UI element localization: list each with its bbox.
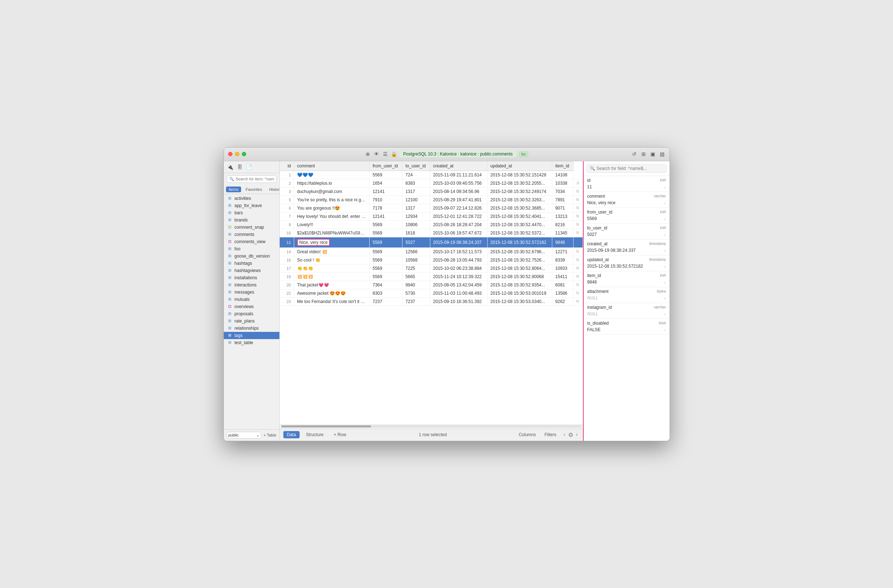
table-row[interactable]: 20That jacket💗💗736499402015-08-05 13:42:… <box>280 280 583 289</box>
cell-id[interactable]: 2 <box>280 179 294 187</box>
cell-from_user_id[interactable]: 7364 <box>370 280 403 289</box>
cell-id[interactable]: 17 <box>280 264 294 272</box>
field-value-row-created_at[interactable]: 2015-09-19 08:38:24.337⌄ <box>584 247 670 255</box>
sidebar-item-interactions[interactable]: ⊞interactions <box>224 281 280 289</box>
cell-from_user_id[interactable]: 5569 <box>370 256 403 264</box>
sidebar-item-relationships[interactable]: ⊞relationships <box>224 325 280 332</box>
field-chevron-updated_at[interactable]: ⌄ <box>663 264 666 268</box>
cell-updated_at[interactable]: 2015-12-08 15:30:52.3685... <box>487 204 552 212</box>
cell-from_user_id[interactable]: 7237 <box>370 297 403 306</box>
cell-created_at[interactable]: 2015-09-19 08:38:24.337 <box>430 237 487 248</box>
cell-id[interactable]: 14 <box>280 248 294 256</box>
cell-to_user_id[interactable]: 1618 <box>403 229 430 237</box>
sidebar-item-hashtags[interactable]: ⊞hashtags <box>224 260 280 267</box>
cell-comment[interactable]: $2a$10$HZLN88PNuWWi47uS91b8dR98ljt0kblyc… <box>294 229 370 237</box>
cell-from_user_id[interactable]: 12141 <box>370 212 403 220</box>
tab-favorites[interactable]: Favorites <box>242 186 265 192</box>
table-row[interactable]: 16So cool ! 👏5569105682015-08-28 13:05:4… <box>280 256 583 264</box>
cell-id[interactable]: 3 <box>280 187 294 195</box>
cell-created_at[interactable]: 2015-08-29 19:47:41.801 <box>430 195 487 204</box>
cell-to_user_id[interactable]: 8383 <box>403 179 430 187</box>
cell-from_user_id[interactable]: 12141 <box>370 187 403 195</box>
cell-item_id[interactable]: 14108 <box>552 171 573 179</box>
table-row[interactable]: 8Lovely!!!5569108062015-08-26 18:28:47.2… <box>280 220 583 229</box>
cell-id[interactable]: 20 <box>280 280 294 289</box>
refresh-icon[interactable]: ↺ <box>631 151 637 157</box>
cell-updated_at[interactable]: 2015-12-08 15:30:53.0340... <box>487 297 552 306</box>
cell-to_user_id[interactable]: 12934 <box>403 212 430 220</box>
sql-icon[interactable]: 📄 <box>245 164 253 171</box>
field-chevron-to_user_id[interactable]: ⌄ <box>663 232 666 236</box>
cell-id[interactable]: 5 <box>280 195 294 204</box>
sidebar-item-brands[interactable]: ⊞brands <box>224 216 280 224</box>
table-row[interactable]: 23Me too Fernanda! It's cute isn't it 😊😊… <box>280 297 583 306</box>
cell-updated_at[interactable]: 2015-12-08 15:30:52.6796... <box>487 248 552 256</box>
cell-created_at[interactable]: 2015-10-17 16:52:11.573 <box>430 248 487 256</box>
table-row[interactable]: 2https://tableplus.io165483832015-10-03 … <box>280 179 583 187</box>
cell-item_id[interactable]: 8216 <box>552 220 573 229</box>
field-chevron-is_disabled[interactable]: ⌄ <box>663 327 666 332</box>
cell-updated_at[interactable]: 2015-12-08 15:30:52.4470... <box>487 220 552 229</box>
cell-to_user_id[interactable]: 9940 <box>403 280 430 289</box>
tab-structure[interactable]: Structure <box>302 431 328 438</box>
cell-comment[interactable]: That jacket💗💗 <box>294 280 370 289</box>
cell-created_at[interactable]: 2015-10-03 09:40:55.756 <box>430 179 487 187</box>
field-chevron-from_user_id[interactable]: ⌄ <box>663 216 666 220</box>
panel-right-icon[interactable]: ▧ <box>660 151 665 157</box>
sidebar-item-test_table[interactable]: ⊞test_table <box>224 339 280 346</box>
cell-to_user_id[interactable]: 5730 <box>403 289 430 297</box>
cell-item_id[interactable]: 12271 <box>552 248 573 256</box>
field-value-row-is_disabled[interactable]: FALSE⌄ <box>584 327 670 334</box>
table-row[interactable]: 10$2a$10$HZLN88PNuWWi47uS91b8dR98ljt0kbl… <box>280 229 583 237</box>
cell-updated_at[interactable]: 2015-12-08 15:30:52.249174 <box>487 187 552 195</box>
cell-to_user_id[interactable]: 7225 <box>403 264 430 272</box>
tab-items[interactable]: Items <box>226 186 242 192</box>
cell-to_user_id[interactable]: 724 <box>403 171 430 179</box>
cell-id[interactable]: 7 <box>280 212 294 220</box>
sidebar-item-hashtagviews[interactable]: ⊞hashtagviews <box>224 267 280 274</box>
cell-from_user_id[interactable]: 7178 <box>370 204 403 212</box>
sidebar-item-comments[interactable]: ⊞comments <box>224 231 280 238</box>
table-row[interactable]: 19💥💥💥556956652015-11-24 10:12:39.3222015… <box>280 272 583 280</box>
sidebar-item-goose_db_version[interactable]: ⊞goose_db_version <box>224 252 280 260</box>
cell-comment[interactable]: So cool ! 👏 <box>294 256 370 264</box>
cell-created_at[interactable]: 2015-12-01 12:41:28.722 <box>430 212 487 220</box>
titlebar-icon-lock[interactable]: 🔒 <box>391 151 397 157</box>
cell-item_id[interactable]: 9262 <box>552 297 573 306</box>
titlebar-icon-list[interactable]: ☰ <box>382 151 388 157</box>
cell-created_at[interactable]: 2015-08-14 09:34:56.96 <box>430 187 487 195</box>
cell-to_user_id[interactable]: 1317 <box>403 187 430 195</box>
field-value-row-to_user_id[interactable]: 5027⌄ <box>584 231 670 239</box>
cell-item_id[interactable]: 13213 <box>552 212 573 220</box>
titlebar-icon-eye[interactable]: 👁 <box>374 151 379 157</box>
cell-from_user_id[interactable]: 5569 <box>370 220 403 229</box>
maximize-button[interactable] <box>242 152 246 156</box>
cell-item_id[interactable]: 9071 <box>552 204 573 212</box>
cell-item_id[interactable]: 7891 <box>552 195 573 204</box>
cell-to_user_id[interactable]: 10568 <box>403 256 430 264</box>
cell-created_at[interactable]: 2015-11-03 11:00:48.493 <box>430 289 487 297</box>
field-value-row-item_id[interactable]: 9848⌄ <box>584 279 670 287</box>
cell-updated_at[interactable]: 2015-12-08 15:30:52.2055... <box>487 179 552 187</box>
add-table-button[interactable]: + Table <box>263 433 277 437</box>
table-scrollbar[interactable] <box>280 424 583 429</box>
cell-from_user_id[interactable]: 5569 <box>370 248 403 256</box>
nav-next[interactable]: › <box>575 432 579 438</box>
cell-updated_at[interactable]: 2015-12-08 15:30:52.5372... <box>487 229 552 237</box>
col-from-user-id[interactable]: from_user_id <box>370 161 403 171</box>
tab-add-row[interactable]: + Row <box>330 431 350 438</box>
field-chevron-item_id[interactable]: ⌄ <box>663 280 666 284</box>
cell-item_id[interactable]: 10338 <box>552 179 573 187</box>
cell-item_id[interactable]: 8339 <box>552 256 573 264</box>
cell-comment[interactable]: Great video! 💥 <box>294 248 370 256</box>
sidebar-item-installations[interactable]: ⊞installations <box>224 274 280 281</box>
field-value-row-updated_at[interactable]: 2015-12-08 15:30:52.572182⌄ <box>584 263 670 271</box>
cell-item_id[interactable]: 9848 <box>552 237 573 248</box>
cell-comment[interactable]: Lovely!!! <box>294 220 370 229</box>
columns-button[interactable]: Columns <box>516 432 538 438</box>
sidebar-item-messages[interactable]: ⊞messages <box>224 289 280 296</box>
close-button[interactable] <box>228 152 233 156</box>
field-chevron-attachment[interactable]: ⌄ <box>663 296 666 300</box>
cell-to_user_id[interactable]: 10806 <box>403 220 430 229</box>
cell-comment[interactable]: 💙💙💙 <box>294 171 370 179</box>
